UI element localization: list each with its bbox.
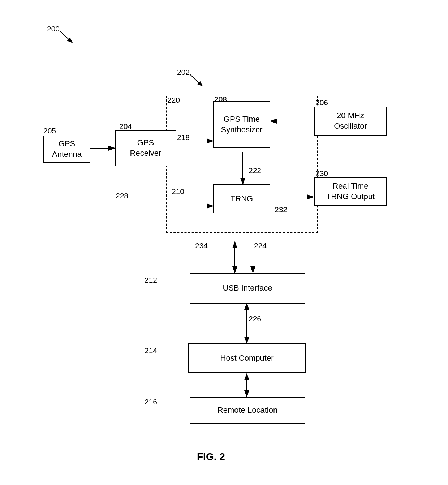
ref-208-label: 208 bbox=[214, 95, 227, 104]
ref-230-label: 230 bbox=[315, 169, 328, 178]
svg-line-13 bbox=[190, 74, 202, 86]
ref-226-label: 226 bbox=[249, 314, 261, 323]
ref-220-label: 220 bbox=[167, 96, 180, 104]
gps-time-synth-label: GPS Time Synthesizer bbox=[221, 114, 263, 135]
ref-216-label: 216 bbox=[145, 398, 157, 406]
gps-antenna-box: GPS Antenna bbox=[43, 136, 90, 163]
gps-receiver-label: GPS Receiver bbox=[130, 138, 161, 158]
trng-box: TRNG bbox=[213, 184, 270, 213]
diagram-container: 200 202 220 GPS Antenna 205 GPS Receiver… bbox=[0, 0, 448, 485]
host-computer-box: Host Computer bbox=[188, 343, 306, 373]
ref-218-label: 218 bbox=[177, 133, 190, 142]
real-time-trng-label: Real Time TRNG Output bbox=[326, 181, 375, 202]
oscillator-label: 20 MHz Oscillator bbox=[334, 111, 367, 131]
ref-202-arrow bbox=[186, 72, 208, 90]
ref-210-label: 210 bbox=[172, 187, 184, 196]
trng-label: TRNG bbox=[231, 194, 253, 204]
real-time-trng-box: Real Time TRNG Output bbox=[314, 177, 387, 206]
gps-antenna-label: GPS Antenna bbox=[52, 139, 82, 159]
ref-205-label: 205 bbox=[43, 126, 56, 135]
fig-label: FIG. 2 bbox=[197, 451, 225, 463]
svg-line-11 bbox=[60, 31, 72, 43]
usb-interface-label: USB Interface bbox=[223, 283, 272, 293]
ref-214-label: 214 bbox=[145, 346, 157, 355]
ref-222-label: 222 bbox=[249, 166, 261, 175]
ref-232-label: 232 bbox=[275, 205, 287, 214]
gps-time-synth-box: GPS Time Synthesizer bbox=[213, 101, 270, 148]
ref-200-arrow bbox=[56, 29, 78, 47]
ref-234-label: 234 bbox=[195, 241, 208, 250]
ref-206-label: 206 bbox=[315, 98, 328, 107]
remote-location-label: Remote Location bbox=[217, 405, 277, 416]
usb-interface-box: USB Interface bbox=[190, 273, 305, 304]
host-computer-label: Host Computer bbox=[220, 353, 274, 364]
ref-228-label: 228 bbox=[116, 192, 128, 200]
oscillator-box: 20 MHz Oscillator bbox=[314, 107, 387, 136]
gps-receiver-box: GPS Receiver bbox=[115, 130, 176, 166]
remote-location-box: Remote Location bbox=[190, 397, 305, 424]
ref-204-label: 204 bbox=[119, 122, 132, 131]
ref-224-label: 224 bbox=[254, 241, 267, 250]
ref-212-label: 212 bbox=[145, 276, 157, 284]
